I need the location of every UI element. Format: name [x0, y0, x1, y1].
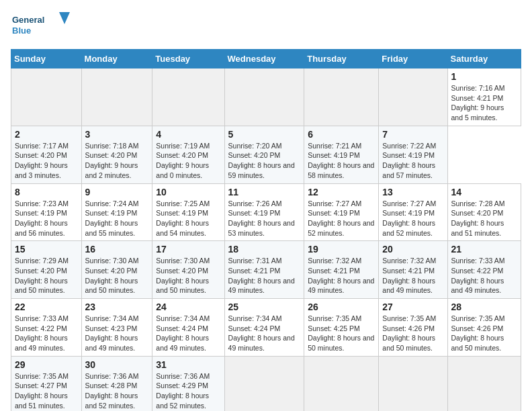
day-number: 11: [228, 187, 301, 197]
day-number: 6: [308, 129, 375, 140]
day-number: 1: [451, 71, 517, 82]
day-number: 5: [228, 129, 301, 140]
calendar-day-20: 20 Sunrise: 7:32 AMSunset: 4:21 PMDaylig…: [379, 241, 447, 299]
calendar-day-31: 31 Sunrise: 7:36 AMSunset: 4:29 PMDaylig…: [152, 356, 224, 411]
day-info: Sunrise: 7:18 AMSunset: 4:20 PMDaylight:…: [85, 141, 149, 181]
calendar-day-24: 24 Sunrise: 7:34 AMSunset: 4:24 PMDaylig…: [152, 299, 224, 357]
day-number: 2: [15, 129, 78, 140]
calendar-day-26: 26 Sunrise: 7:35 AMSunset: 4:25 PMDaylig…: [304, 299, 379, 357]
svg-text:Blue: Blue: [12, 26, 31, 36]
empty-cell: [304, 356, 379, 411]
calendar-day-6: 6 Sunrise: 7:21 AMSunset: 4:19 PMDayligh…: [304, 126, 379, 183]
calendar-week-6: 29 Sunrise: 7:35 AMSunset: 4:27 PMDaylig…: [11, 356, 521, 411]
empty-cell: [11, 68, 82, 126]
day-info: Sunrise: 7:27 AMSunset: 4:19 PMDaylight:…: [308, 199, 375, 238]
day-info: Sunrise: 7:35 AMSunset: 4:27 PMDaylight:…: [15, 371, 78, 411]
empty-cell: [379, 356, 447, 411]
day-number: 9: [85, 187, 149, 197]
day-info: Sunrise: 7:19 AMSunset: 4:20 PMDaylight:…: [156, 141, 220, 181]
empty-cell: [379, 68, 447, 126]
calendar-day-21: 21 Sunrise: 7:33 AMSunset: 4:22 PMDaylig…: [447, 241, 521, 299]
day-info: Sunrise: 7:16 AMSunset: 4:21 PMDaylight:…: [451, 83, 517, 123]
header-tuesday: Tuesday: [152, 50, 224, 68]
day-info: Sunrise: 7:35 AMSunset: 4:25 PMDaylight:…: [308, 314, 375, 353]
day-info: Sunrise: 7:25 AMSunset: 4:19 PMDaylight:…: [156, 199, 220, 238]
day-info: Sunrise: 7:32 AMSunset: 4:21 PMDaylight:…: [308, 256, 375, 295]
calendar-week-4: 15 Sunrise: 7:29 AMSunset: 4:20 PMDaylig…: [11, 241, 521, 299]
calendar-day-17: 17 Sunrise: 7:30 AMSunset: 4:20 PMDaylig…: [152, 241, 224, 299]
day-number: 24: [156, 302, 220, 312]
logo-svg: General Blue: [11, 11, 71, 41]
calendar-day-15: 15 Sunrise: 7:29 AMSunset: 4:20 PMDaylig…: [11, 241, 82, 299]
calendar-week-2: 2 Sunrise: 7:17 AMSunset: 4:20 PMDayligh…: [11, 126, 521, 183]
day-info: Sunrise: 7:34 AMSunset: 4:24 PMDaylight:…: [156, 314, 220, 353]
day-number: 16: [85, 244, 149, 255]
day-number: 17: [156, 244, 220, 255]
day-info: Sunrise: 7:26 AMSunset: 4:19 PMDaylight:…: [228, 199, 301, 238]
calendar-day-8: 8 Sunrise: 7:23 AMSunset: 4:19 PMDayligh…: [11, 183, 82, 241]
header-thursday: Thursday: [304, 50, 379, 68]
calendar-day-11: 11 Sunrise: 7:26 AMSunset: 4:19 PMDaylig…: [224, 183, 304, 241]
day-number: 8: [15, 187, 78, 197]
calendar-day-7: 7 Sunrise: 7:22 AMSunset: 4:19 PMDayligh…: [379, 126, 447, 183]
day-info: Sunrise: 7:17 AMSunset: 4:20 PMDaylight:…: [15, 141, 78, 181]
day-info: Sunrise: 7:33 AMSunset: 4:22 PMDaylight:…: [451, 256, 517, 295]
empty-cell: [447, 356, 521, 411]
day-info: Sunrise: 7:35 AMSunset: 4:26 PMDaylight:…: [451, 314, 517, 353]
calendar-day-19: 19 Sunrise: 7:32 AMSunset: 4:21 PMDaylig…: [304, 241, 379, 299]
day-info: Sunrise: 7:31 AMSunset: 4:21 PMDaylight:…: [228, 256, 301, 295]
calendar-day-28: 28 Sunrise: 7:35 AMSunset: 4:26 PMDaylig…: [447, 299, 521, 357]
day-number: 23: [85, 302, 149, 312]
day-number: 19: [308, 244, 375, 255]
day-number: 28: [451, 302, 517, 312]
day-info: Sunrise: 7:21 AMSunset: 4:19 PMDaylight:…: [308, 141, 375, 181]
empty-cell: [224, 356, 304, 411]
day-number: 27: [382, 302, 443, 312]
calendar-day-13: 13 Sunrise: 7:27 AMSunset: 4:19 PMDaylig…: [379, 183, 447, 241]
calendar-day-10: 10 Sunrise: 7:25 AMSunset: 4:19 PMDaylig…: [152, 183, 224, 241]
day-number: 25: [228, 302, 301, 312]
calendar-day-5: 5 Sunrise: 7:20 AMSunset: 4:20 PMDayligh…: [224, 126, 304, 183]
empty-cell: [304, 68, 379, 126]
day-info: Sunrise: 7:36 AMSunset: 4:28 PMDaylight:…: [85, 371, 149, 411]
day-number: 26: [308, 302, 375, 312]
day-info: Sunrise: 7:28 AMSunset: 4:20 PMDaylight:…: [451, 199, 517, 238]
day-info: Sunrise: 7:27 AMSunset: 4:19 PMDaylight:…: [382, 199, 443, 238]
day-info: Sunrise: 7:33 AMSunset: 4:22 PMDaylight:…: [15, 314, 78, 353]
day-number: 4: [156, 129, 220, 140]
calendar-week-3: 8 Sunrise: 7:23 AMSunset: 4:19 PMDayligh…: [11, 183, 521, 241]
day-number: 20: [382, 244, 443, 255]
header-saturday: Saturday: [447, 50, 521, 68]
empty-cell: [81, 68, 152, 126]
calendar-table: SundayMondayTuesdayWednesdayThursdayFrid…: [11, 49, 521, 411]
logo: General Blue: [11, 11, 71, 41]
header-monday: Monday: [81, 50, 152, 68]
svg-marker-2: [59, 12, 70, 24]
day-info: Sunrise: 7:29 AMSunset: 4:20 PMDaylight:…: [15, 256, 78, 295]
svg-text:General: General: [12, 15, 44, 25]
day-number: 10: [156, 187, 220, 197]
calendar-day-12: 12 Sunrise: 7:27 AMSunset: 4:19 PMDaylig…: [304, 183, 379, 241]
calendar-day-16: 16 Sunrise: 7:30 AMSunset: 4:20 PMDaylig…: [81, 241, 152, 299]
day-info: Sunrise: 7:30 AMSunset: 4:20 PMDaylight:…: [85, 256, 149, 295]
day-number: 7: [382, 129, 443, 140]
day-info: Sunrise: 7:34 AMSunset: 4:23 PMDaylight:…: [85, 314, 149, 353]
calendar-day-1: 1 Sunrise: 7:16 AMSunset: 4:21 PMDayligh…: [447, 68, 521, 126]
calendar-day-4: 4 Sunrise: 7:19 AMSunset: 4:20 PMDayligh…: [152, 126, 224, 183]
calendar-week-5: 22 Sunrise: 7:33 AMSunset: 4:22 PMDaylig…: [11, 299, 521, 357]
day-info: Sunrise: 7:22 AMSunset: 4:19 PMDaylight:…: [382, 141, 443, 181]
day-info: Sunrise: 7:34 AMSunset: 4:24 PMDaylight:…: [228, 314, 301, 353]
day-number: 18: [228, 244, 301, 255]
calendar-day-23: 23 Sunrise: 7:34 AMSunset: 4:23 PMDaylig…: [81, 299, 152, 357]
day-info: Sunrise: 7:20 AMSunset: 4:20 PMDaylight:…: [228, 141, 301, 181]
day-number: 3: [85, 129, 149, 140]
day-info: Sunrise: 7:24 AMSunset: 4:19 PMDaylight:…: [85, 199, 149, 238]
empty-cell: [152, 68, 224, 126]
day-number: 22: [15, 302, 78, 312]
calendar-day-30: 30 Sunrise: 7:36 AMSunset: 4:28 PMDaylig…: [81, 356, 152, 411]
header-wednesday: Wednesday: [224, 50, 304, 68]
calendar-day-29: 29 Sunrise: 7:35 AMSunset: 4:27 PMDaylig…: [11, 356, 82, 411]
day-number: 21: [451, 244, 517, 255]
calendar-header-row: SundayMondayTuesdayWednesdayThursdayFrid…: [11, 50, 521, 68]
empty-cell: [224, 68, 304, 126]
